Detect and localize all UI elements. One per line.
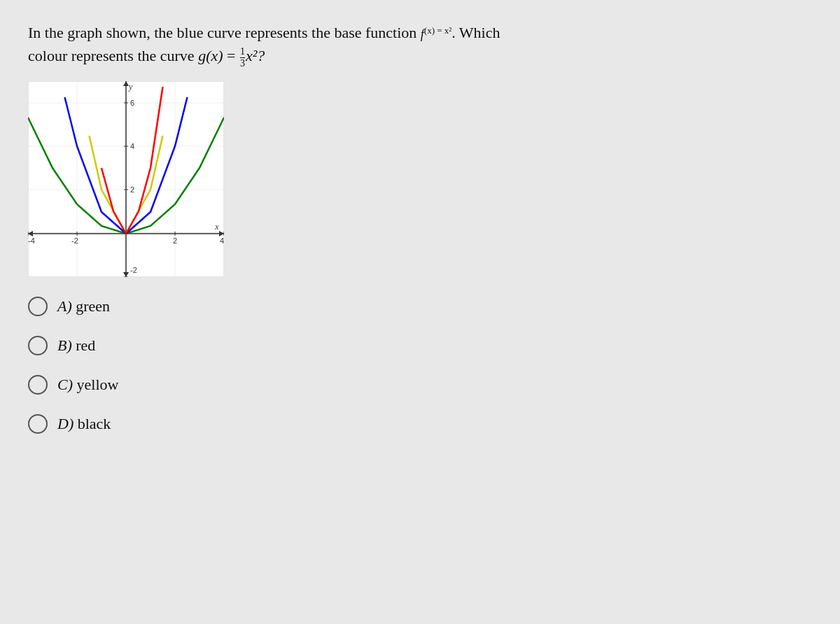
- option-d-label: D) black: [57, 415, 111, 433]
- option-b-label: B) red: [57, 336, 95, 355]
- option-d[interactable]: D) black: [28, 414, 812, 434]
- radio-c[interactable]: [28, 375, 48, 395]
- transform-func: g: [198, 47, 206, 64]
- radio-d[interactable]: [28, 414, 48, 434]
- option-c-text: yellow: [77, 376, 119, 393]
- radio-b[interactable]: [28, 336, 48, 355]
- option-b-letter: B): [57, 336, 72, 354]
- base-func-text: f(x) = x²: [421, 27, 451, 41]
- graph-svg: x y -2 -4 2 4 2 4 6 -2: [28, 81, 224, 277]
- transform-func-parens: (x): [206, 47, 223, 64]
- option-c-letter: C): [57, 376, 73, 393]
- option-c[interactable]: C) yellow: [28, 375, 812, 395]
- question-part3: colour represents the curve: [28, 47, 198, 64]
- svg-text:-2: -2: [71, 236, 78, 245]
- svg-text:y: y: [128, 82, 133, 92]
- option-b-text: red: [76, 336, 95, 354]
- svg-text:2: 2: [173, 236, 177, 245]
- svg-text:-2: -2: [130, 266, 137, 274]
- option-a[interactable]: A) green: [28, 297, 812, 316]
- svg-text:4: 4: [220, 236, 224, 245]
- question-text: In the graph shown, the blue curve repre…: [28, 21, 812, 69]
- option-d-text: black: [78, 415, 111, 432]
- option-a-letter: A): [57, 297, 72, 315]
- question-part2: . Which: [451, 24, 500, 41]
- svg-text:6: 6: [130, 99, 134, 107]
- transform-rest: x²?: [246, 47, 265, 64]
- fraction-numerator: 1: [240, 47, 245, 58]
- option-a-text: green: [76, 297, 110, 315]
- option-c-label: C) yellow: [57, 376, 118, 394]
- fraction-denominator: 3: [240, 58, 245, 69]
- svg-text:4: 4: [130, 142, 134, 150]
- svg-text:x: x: [214, 222, 219, 232]
- option-b[interactable]: B) red: [28, 336, 812, 355]
- svg-text:-4: -4: [28, 236, 35, 245]
- fraction: 13: [240, 47, 245, 69]
- question-part1: In the graph shown, the blue curve repre…: [28, 24, 421, 41]
- option-a-label: A) green: [57, 297, 110, 315]
- option-d-letter: D): [57, 415, 74, 432]
- equals-sign: =: [223, 47, 239, 64]
- graph-container: x y -2 -4 2 4 2 4 6 -2: [28, 81, 224, 277]
- radio-a[interactable]: [28, 297, 48, 316]
- page-container: In the graph shown, the blue curve repre…: [28, 21, 812, 434]
- answer-options: A) green B) red C) yellow D) black: [28, 297, 812, 434]
- svg-text:2: 2: [130, 185, 134, 194]
